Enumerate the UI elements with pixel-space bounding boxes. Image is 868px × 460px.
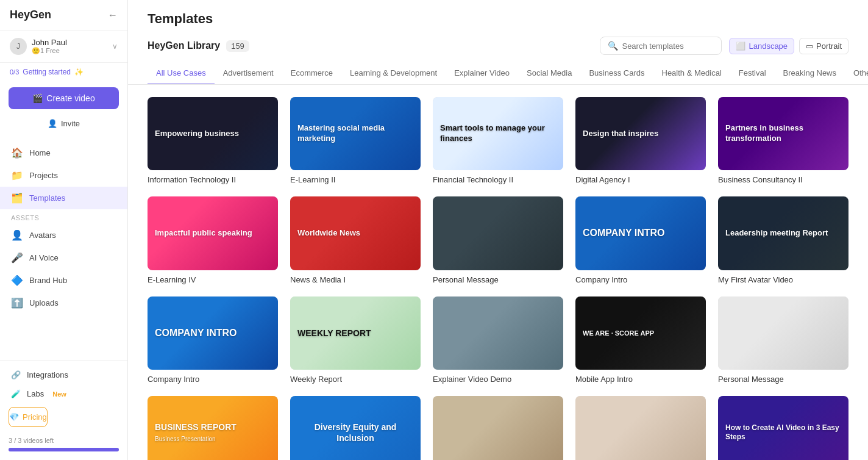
page-title: Templates [148, 11, 848, 27]
template-label: Personal Message [433, 275, 563, 284]
template-card[interactable]: Personal Message [575, 396, 706, 460]
user-plus-icon: 👤 [48, 119, 57, 128]
template-card[interactable]: Personal Message [433, 196, 563, 284]
sidebar-item-label: Uploads [29, 298, 59, 307]
template-label: Company Intro [148, 375, 278, 384]
sidebar-item-label: Home [29, 148, 51, 157]
user-meta: 🙁1 Free [32, 47, 67, 55]
tab-health[interactable]: Health & Medical [653, 62, 730, 85]
template-card[interactable]: Smart tools to manage your finances Fina… [433, 97, 563, 184]
sidebar-item-templates[interactable]: 🗂️ Templates [0, 187, 127, 209]
card-text: How to Create AI Video in 3 Easy Steps [725, 423, 841, 442]
landscape-view-button[interactable]: ⬜ Landscape [729, 38, 794, 54]
sidebar-header: HeyGen ← [0, 0, 127, 31]
chevron-down-icon: ∨ [112, 42, 118, 51]
card-text: COMPANY INTRO [583, 227, 665, 240]
template-card[interactable]: COMPANY INTRO Company Intro [148, 296, 278, 384]
template-card[interactable]: BUSINESS REPORTBusiness Presentation Bus… [148, 396, 278, 460]
template-label: Personal Message [718, 375, 848, 384]
tab-ecommerce[interactable]: Ecommerce [282, 62, 341, 85]
create-video-button[interactable]: 🎬 Create video [9, 87, 119, 109]
template-card[interactable]: Partners in business transformation Busi… [718, 97, 848, 184]
sidebar-item-label: Templates [29, 193, 65, 203]
folder-icon: 📁 [11, 170, 23, 181]
voice-icon: 🎤 [11, 252, 23, 264]
template-card[interactable]: Worldwide News News & Media I [290, 196, 421, 284]
template-card[interactable]: How to Create AI Video in 3 Easy Steps A… [718, 396, 848, 460]
template-card[interactable]: Personal Message [433, 396, 563, 460]
template-label: Digital Agency I [575, 175, 706, 184]
avatars-icon: 👤 [11, 229, 23, 241]
library-count: 159 [226, 40, 249, 52]
card-text: Impactful public speaking [155, 228, 252, 239]
tab-breaking-news[interactable]: Breaking News [775, 62, 845, 85]
template-card[interactable]: COMPANY INTRO Company Intro [575, 196, 706, 284]
user-section: J John Paul 🙁1 Free ∨ [0, 31, 127, 63]
library-row: HeyGen Library 159 🔍 ⬜ Landscape ▭ Portr… [148, 37, 848, 55]
video-icon: 🎬 [32, 93, 43, 103]
template-label: Mobile App Intro [575, 375, 706, 384]
tab-festival[interactable]: Festival [730, 62, 775, 85]
template-card[interactable]: Leadership meeting Report My First Avata… [718, 196, 848, 284]
invite-button[interactable]: 👤 Invite [9, 115, 119, 132]
tab-explainer[interactable]: Explainer Video [446, 62, 518, 85]
tab-all-use-cases[interactable]: All Use Cases [148, 62, 215, 85]
getting-started-label: Getting started [23, 68, 71, 76]
tab-learning[interactable]: Learning & Development [341, 62, 446, 85]
sidebar-item-home[interactable]: 🏠 Home [0, 142, 127, 164]
sidebar: HeyGen ← J John Paul 🙁1 Free ∨ 0/3 Getti… [0, 0, 128, 460]
tab-business-cards[interactable]: Business Cards [580, 62, 653, 85]
upload-icon: ⬆️ [11, 297, 23, 309]
tab-social-media[interactable]: Social Media [518, 62, 580, 85]
sidebar-item-projects[interactable]: 📁 Projects [0, 164, 127, 187]
template-card[interactable]: Empowering business Information Technolo… [148, 97, 278, 184]
template-card[interactable]: Design that inspires Digital Agency I [575, 97, 706, 184]
sidebar-bottom: 🔗 Integrations 🧪 Labs New 💎 Pricing 3 / … [0, 360, 127, 460]
template-label: News & Media I [290, 275, 421, 284]
progress-indicator: 0/3 [10, 68, 19, 76]
sidebar-item-labs[interactable]: 🧪 Labs New [0, 384, 127, 403]
template-card[interactable]: Personal Message [718, 296, 848, 384]
library-name: HeyGen Library [148, 40, 220, 51]
template-card[interactable]: Mastering social media marketing E-Learn… [290, 97, 421, 184]
search-box[interactable]: 🔍 [600, 37, 722, 55]
home-icon: 🏠 [11, 147, 23, 159]
template-card[interactable]: WEEKLY REPORT Weekly Report [290, 296, 421, 384]
avatar: J [10, 38, 27, 55]
template-label: My First Avatar Video [718, 275, 848, 284]
sidebar-item-uploads[interactable]: ⬆️ Uploads [0, 292, 127, 314]
videos-left-text: 3 / 3 videos left [9, 437, 54, 444]
collapse-button[interactable]: ← [108, 10, 118, 21]
card-text: BUSINESS REPORTBusiness Presentation [155, 422, 237, 444]
pricing-button[interactable]: 💎 Pricing [9, 407, 48, 427]
template-card[interactable]: Impactful public speaking E-Learning IV [148, 196, 278, 284]
sidebar-item-integrations[interactable]: 🔗 Integrations [0, 365, 127, 384]
template-label: E-Learning IV [148, 275, 278, 284]
portrait-view-button[interactable]: ▭ Portrait [799, 38, 848, 54]
videos-left-bar [9, 448, 119, 451]
card-text: WEEKLY REPORT [297, 328, 371, 339]
sidebar-item-ai-voice[interactable]: 🎤 AI Voice [0, 246, 127, 269]
sparkle-icon: ✨ [74, 68, 84, 76]
tab-others[interactable]: Others [845, 62, 868, 85]
sidebar-item-avatars[interactable]: 👤 Avatars [0, 224, 127, 246]
card-text: Empowering business [155, 129, 239, 139]
main-content: Templates HeyGen Library 159 🔍 ⬜ Landsca… [128, 0, 868, 460]
templates-grid: Empowering business Information Technolo… [128, 85, 868, 460]
search-input[interactable] [622, 41, 713, 51]
template-label: Company Intro [575, 275, 706, 284]
sidebar-nav: 🏠 Home 📁 Projects 🗂️ Templates Assets 👤 … [0, 137, 127, 360]
template-card[interactable]: WE ARE · SCORE APP Mobile App Intro [575, 296, 706, 384]
template-label: Information Technology II [148, 175, 278, 184]
template-card[interactable]: Diversity Equity and Inclusion Diversity… [290, 396, 421, 460]
card-text: Design that inspires [583, 129, 658, 139]
template-label: E-Learning II [290, 175, 421, 184]
template-label: Explainer Video Demo [433, 375, 563, 384]
getting-started[interactable]: 0/3 Getting started ✨ [0, 63, 127, 81]
template-card[interactable]: Explainer Video Demo [433, 296, 563, 384]
card-text: WE ARE · SCORE APP [583, 329, 654, 337]
tab-advertisement[interactable]: Advertisement [215, 62, 282, 85]
sidebar-item-brand-hub[interactable]: 🔷 Brand Hub [0, 269, 127, 292]
user-name: John Paul [32, 38, 67, 47]
card-text: Mastering social media marketing [297, 123, 413, 144]
